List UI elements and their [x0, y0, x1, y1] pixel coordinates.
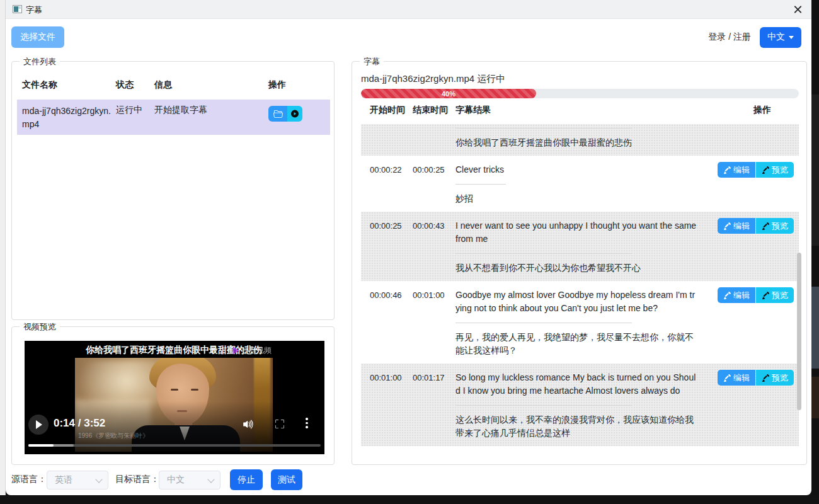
col-info: 信息: [154, 79, 268, 91]
col-subtitle-actions: 操作: [753, 105, 791, 116]
edit-button[interactable]: 编辑: [718, 162, 755, 178]
end-time-cell: 00:01:00: [413, 289, 452, 357]
account-area: 登录 / 注册 中文: [708, 26, 801, 48]
language-dropdown-button[interactable]: 中文: [760, 27, 801, 48]
video-panel-legend: 视频预览: [20, 321, 60, 332]
desktop-background: [811, 0, 819, 504]
subtitle-actions: 编辑预览: [718, 218, 794, 234]
start-time-cell: 00:00:25: [370, 219, 409, 275]
scrollbar-thumb[interactable]: [797, 253, 801, 410]
subtitle-text-cell: 你给我唱了西班牙摇篮曲你眼中最甜蜜的悲伤: [455, 127, 699, 149]
open-folder-button[interactable]: [268, 106, 287, 122]
subtitle-text-cell: So long my luckless romance My back is t…: [455, 371, 699, 440]
subtitle-row: 你给我唱了西班牙摇篮曲你眼中最甜蜜的悲伤: [361, 124, 799, 156]
start-time-cell: 00:00:22: [370, 163, 409, 205]
subtitle-row: 00:00:2500:00:43I never want to see you …: [361, 212, 799, 281]
subtitle-panel: 字幕 mda-jj7qh36zig2rgkyn.mp4 运行中 40% 开始时间…: [352, 61, 807, 465]
subtitle-file-status: mda-jj7qh36zig2rgkyn.mp4 运行中: [361, 73, 505, 85]
pencil-icon: [762, 374, 769, 382]
select-file-button[interactable]: 选择文件: [11, 26, 64, 48]
desktop-background: [0, 495, 819, 504]
col-subtitle-result: 字幕结果: [455, 105, 750, 116]
subtitle-english-text: Clever tricks: [455, 163, 699, 176]
footer-bar: 源语言： 英语 目标语言： 中文 停止 测试: [6, 469, 811, 491]
edit-button[interactable]: 编辑: [718, 287, 755, 303]
progressbar-fill: 40%: [361, 89, 536, 98]
subtitle-rows[interactable]: 你给我唱了西班牙摇篮曲你眼中最甜蜜的悲伤00:00:2200:00:25Clev…: [361, 124, 799, 460]
file-row[interactable]: mda-jj7qh36zig2rgkyn.mp4运行中开始提取字幕: [17, 100, 330, 135]
pencil-icon: [762, 222, 769, 230]
volume-icon[interactable]: [243, 418, 255, 433]
pencil-icon: [723, 292, 731, 299]
preview-button[interactable]: 预览: [756, 287, 794, 303]
subtitle-actions: 编辑预览: [718, 370, 794, 386]
source-language-label: 源语言：: [11, 474, 47, 485]
file-actions: [268, 105, 330, 135]
video-preview-panel: 视频预览 你给我唱了西班牙摇篮曲你眼中最甜蜜的悲伤 好看视频: [11, 326, 335, 465]
file-name-cell: mda-jj7qh36zig2rgkyn.mp4: [22, 105, 112, 135]
watermark: 好看视频: [232, 345, 272, 356]
subtitle-english-text: Goodbye my almost lover Goodbye my hopel…: [455, 289, 699, 315]
edit-button[interactable]: 编辑: [718, 218, 755, 234]
login-register-link[interactable]: 登录 / 注册: [708, 32, 751, 43]
subtitle-text-cell: I never want to see you unhappy I though…: [455, 219, 699, 275]
pencil-icon: [723, 222, 731, 230]
subtitle-chinese-text: 你给我唱了西班牙摇篮曲你眼中最甜蜜的悲伤: [455, 136, 699, 149]
preview-button[interactable]: 预览: [756, 162, 794, 178]
end-time-cell: 00:00:25: [413, 163, 452, 205]
file-status-cell: 运行中: [116, 105, 154, 135]
video-player[interactable]: 你给我唱了西班牙摇篮曲你眼中最甜蜜的悲伤 好看视频 0:14 / 3:52 19…: [25, 341, 324, 454]
col-actions: 操作: [268, 79, 329, 91]
app-icon: [13, 5, 22, 13]
file-table-header: 文件名称 状态 信息 操作: [12, 79, 329, 91]
pencil-icon: [723, 166, 731, 174]
folder-icon: [273, 109, 283, 118]
end-time-cell: 00:00:43: [413, 219, 452, 275]
edit-label: 编辑: [733, 372, 750, 384]
play-button[interactable]: [28, 415, 49, 435]
target-language-select[interactable]: 中文: [159, 471, 220, 490]
test-button[interactable]: 测试: [271, 469, 302, 490]
progress-percent-label: 40%: [361, 89, 536, 98]
preview-button[interactable]: 预览: [756, 370, 794, 386]
fullscreen-icon[interactable]: [275, 420, 284, 431]
pencil-icon: [762, 292, 769, 299]
chevron-down-icon: [207, 476, 214, 483]
start-time-cell: 00:01:00: [370, 371, 409, 440]
stop-button[interactable]: 停止: [230, 469, 263, 490]
subtitle-actions: 编辑预览: [718, 287, 794, 303]
play-circle-icon: [291, 109, 299, 118]
file-list-panel: 文件列表 文件名称 状态 信息 操作 mda-jj7qh36zig2rgkyn.…: [11, 61, 335, 320]
subtitle-divider: [455, 323, 632, 323]
source-language-select[interactable]: 英语: [47, 471, 108, 490]
subtitle-chinese-text: 我从不想看到你不开心我以为你也希望我不开心: [455, 261, 699, 275]
video-time: 0:14 / 3:52: [54, 417, 105, 430]
video-caption-note: 1996《罗密欧与朱丽叶》: [78, 432, 149, 440]
subtitle-chinese-text: 妙招: [455, 192, 699, 205]
video-seekbar[interactable]: [28, 444, 321, 447]
background-window-edge: [0, 0, 6, 495]
play-file-button[interactable]: [287, 106, 302, 122]
subtitle-chinese-text: 再见，我的爱人再见，我绝望的梦，我尽量不去想你，你就不能让我这样吗？: [455, 331, 699, 357]
close-button[interactable]: [793, 4, 804, 15]
preview-label: 预览: [772, 290, 788, 301]
pencil-icon: [723, 374, 731, 382]
edit-label: 编辑: [733, 220, 750, 232]
subtitle-row: 00:01:0000:01:17So long my luckless roma…: [361, 364, 799, 446]
preview-label: 预览: [772, 220, 788, 232]
file-panel-legend: 文件列表: [20, 56, 60, 67]
subtitle-divider: [455, 184, 506, 185]
watermark-logo-icon: [232, 347, 239, 355]
subtitle-english-text: I never want to see you unhappy I though…: [455, 219, 699, 246]
play-icon: [36, 420, 42, 429]
edit-label: 编辑: [733, 164, 750, 176]
more-options-icon[interactable]: [306, 418, 308, 428]
preview-button[interactable]: 预览: [756, 218, 794, 234]
target-language-label: 目标语言：: [115, 474, 159, 485]
subtitle-row: 00:00:2200:00:25Clever tricks妙招编辑预览: [361, 156, 799, 212]
chevron-down-icon: [789, 36, 794, 39]
subtitle-english-text: So long my luckless romance My back is t…: [455, 371, 699, 398]
pencil-icon: [762, 166, 769, 174]
edit-button[interactable]: 编辑: [718, 370, 755, 386]
subtitle-chinese-text: 这么长时间以来，我不幸的浪漫我背对你，我应该知道你给我带来了心痛几乎情侣总是这样: [455, 413, 699, 440]
